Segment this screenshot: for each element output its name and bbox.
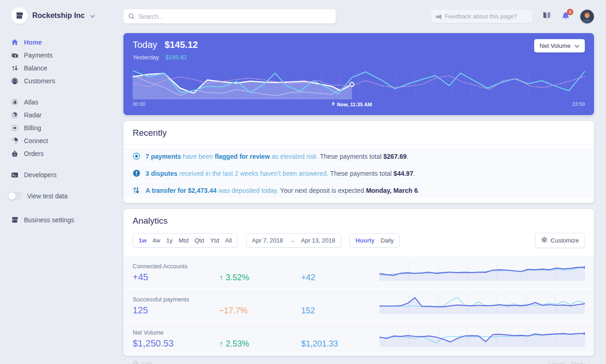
range-4w[interactable]: 4w <box>152 237 160 244</box>
sparkline-net-volume <box>379 328 585 349</box>
range-1y[interactable]: 1y <box>166 237 173 244</box>
analytics-card: Analytics 1w 4w 1y Mtd Qtd Ytd All Apr 7… <box>123 209 594 356</box>
sidebar-item-payments[interactable]: Payments <box>11 49 112 62</box>
yesterday-label: Yesterday <box>133 54 159 61</box>
edit-button[interactable]: Edit <box>133 360 152 364</box>
range-mtd[interactable]: Mtd <box>179 237 189 244</box>
transfer-icon <box>133 186 140 194</box>
date-range-picker[interactable]: Apr 7, 2018 → Apr 13, 2018 <box>246 233 341 248</box>
arrow-right-icon: → <box>289 237 295 244</box>
date-from: Apr 7, 2018 <box>252 237 283 244</box>
metric-row-successful-payments[interactable]: Successful payments 125 −17.7% 152 <box>123 289 594 322</box>
metric-row-net-volume[interactable]: Net Volume $1,250.53 ↑ 2.53% $1,201.33 <box>123 323 594 355</box>
granularity-control: Hourly Daily <box>350 233 400 248</box>
range-ytd[interactable]: Ytd <box>210 237 219 244</box>
sidebar-item-business-settings[interactable]: Business settings <box>11 214 112 226</box>
metric-row-connected-accounts[interactable]: Connected Accounts +45 ↑ 3.52% +42 <box>123 256 594 289</box>
range-qtd[interactable]: Qtd <box>194 237 204 244</box>
book-icon <box>542 12 551 21</box>
account-switcher[interactable]: Rocketship Inc <box>11 7 112 24</box>
chevron-down-icon <box>575 42 579 49</box>
recently-card: Recently 7 payments have been flagged fo… <box>123 121 594 203</box>
sidebar-item-customers[interactable]: Customers <box>11 75 112 87</box>
customers-icon <box>11 77 18 85</box>
gear-icon <box>541 237 548 244</box>
test-data-toggle[interactable] <box>8 192 22 200</box>
customize-button[interactable]: Customize <box>535 233 585 248</box>
footer-granularity-daily[interactable]: Daily <box>571 361 585 364</box>
feedback-input[interactable] <box>431 10 532 23</box>
search-icon <box>128 13 135 22</box>
balance-icon <box>11 64 18 72</box>
view-test-data-row: View test data <box>11 190 112 202</box>
axis-end-label: 23:59 <box>572 101 585 107</box>
sidebar: Rocketship Inc HomePaymentsBalanceCustom… <box>0 0 118 364</box>
recently-item-3[interactable]: A transfer for $2,473.44 was deposited t… <box>123 182 594 198</box>
megaphone-icon <box>435 13 442 22</box>
orders-icon <box>11 150 18 157</box>
next-section-partial: Edit Hourly Daily <box>123 356 594 364</box>
sidebar-item-home[interactable]: Home <box>11 36 112 49</box>
sparkline-successful-payments <box>379 295 585 316</box>
date-to: Apr 13, 2018 <box>301 237 335 244</box>
topbar: 2 <box>123 0 594 23</box>
storefront-icon <box>11 7 28 24</box>
footer-granularity-hourly[interactable]: Hourly <box>549 361 566 364</box>
metric-selector[interactable]: Net Volume <box>534 39 585 52</box>
radar-icon <box>11 111 18 119</box>
gear-icon <box>133 360 139 364</box>
chevron-down-icon <box>90 12 95 20</box>
range-segmented-control: 1w 4w 1y Mtd Qtd Ytd All <box>133 233 238 248</box>
axis-now-label: Now, 11:35 AM <box>332 101 372 107</box>
brand-name: Rocketship Inc <box>32 12 85 20</box>
connect-icon <box>11 137 18 144</box>
developers-icon <box>11 171 18 179</box>
recently-item-2[interactable]: 3 disputes received in the last 2 weeks … <box>123 165 594 181</box>
axis-start-label: 00:00 <box>133 101 146 107</box>
avatar[interactable] <box>580 10 594 23</box>
recently-title: Recently <box>123 121 594 144</box>
main-content: 2 Today $145.12 Yesterday $245.62 Net Vo… <box>118 0 606 364</box>
range-1w[interactable]: 1w <box>139 237 146 244</box>
sidebar-item-billing[interactable]: Billing <box>11 121 112 134</box>
docs-button[interactable] <box>542 12 551 21</box>
today-label: Today <box>133 40 157 50</box>
recently-item-1[interactable]: 7 payments have been flagged for review … <box>123 148 594 164</box>
review-icon <box>133 152 140 160</box>
yesterday-amount: $245.62 <box>165 54 187 61</box>
today-amount: $145.12 <box>164 40 198 50</box>
home-icon <box>11 39 18 46</box>
sparkline-connected-accounts <box>379 261 585 283</box>
storefront-small-icon <box>11 216 18 224</box>
range-all[interactable]: All <box>225 237 232 244</box>
billing-icon <box>11 124 18 132</box>
payments-icon <box>11 52 18 59</box>
lightning-icon <box>332 101 335 107</box>
net-volume-chart[interactable] <box>133 68 585 99</box>
sidebar-item-atlas[interactable]: Atlas <box>11 96 112 109</box>
sidebar-item-balance[interactable]: Balance <box>11 62 112 75</box>
sidebar-item-developers[interactable]: Developers <box>11 168 112 181</box>
notifications-button[interactable]: 2 <box>561 11 570 22</box>
sidebar-item-connect[interactable]: Connect <box>11 134 112 147</box>
sidebar-item-orders[interactable]: Orders <box>11 147 112 160</box>
alert-icon <box>133 169 140 177</box>
granularity-daily[interactable]: Daily <box>380 237 394 244</box>
atlas-icon <box>11 98 18 106</box>
analytics-title: Analytics <box>123 209 594 232</box>
sidebar-item-radar[interactable]: Radar <box>11 109 112 121</box>
notification-badge: 2 <box>567 9 573 15</box>
sidebar-nav: HomePaymentsBalanceCustomersAtlasRadarBi… <box>11 36 112 181</box>
today-chart-card: Today $145.12 Yesterday $245.62 Net Volu… <box>123 33 594 115</box>
granularity-hourly[interactable]: Hourly <box>355 237 374 244</box>
search-input[interactable] <box>123 9 336 23</box>
test-data-label: View test data <box>27 192 68 200</box>
